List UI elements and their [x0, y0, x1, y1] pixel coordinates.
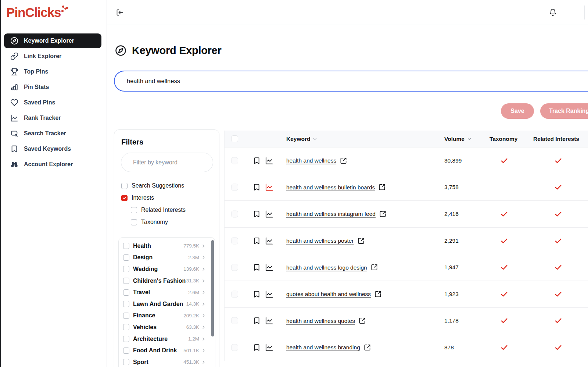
sidebar-item-top-pins[interactable]: Top Pins: [4, 64, 101, 79]
keyword-link[interactable]: quotes about health and wellness: [286, 291, 371, 297]
chevron-right-icon[interactable]: [201, 290, 206, 295]
sidebar-item-rank-tracker[interactable]: Rank Tracker: [4, 111, 101, 125]
row-checkbox[interactable]: [231, 210, 238, 217]
trend-chart-icon[interactable]: [265, 183, 273, 192]
filter-keyword-input[interactable]: [121, 153, 213, 172]
external-link-icon[interactable]: [358, 237, 365, 244]
category-row-health[interactable]: Health779.5K: [119, 240, 215, 252]
brand-logo[interactable]: PinClicks: [6, 5, 68, 20]
checkbox[interactable]: [123, 359, 129, 365]
keyword-link[interactable]: health and wellness bulletin boards: [286, 184, 375, 190]
trend-chart-icon[interactable]: [265, 343, 273, 352]
notifications-bell-icon[interactable]: [549, 8, 557, 16]
keyword-link[interactable]: health and wellness instagram feed: [286, 211, 376, 217]
chevron-right-icon[interactable]: [201, 336, 206, 342]
checkbox[interactable]: [123, 336, 129, 342]
trophy-icon: [10, 68, 18, 76]
checkbox[interactable]: [131, 219, 137, 225]
trend-chart-icon[interactable]: [265, 156, 273, 165]
category-row-wedding[interactable]: Wedding139.6K: [119, 263, 215, 275]
chevron-right-icon[interactable]: [201, 302, 206, 307]
external-link-icon[interactable]: [340, 157, 347, 164]
external-link-icon[interactable]: [371, 264, 378, 271]
external-link-icon[interactable]: [379, 210, 386, 217]
external-link-icon[interactable]: [374, 291, 381, 297]
checkbox[interactable]: [131, 207, 137, 213]
category-row-children-s-fashion[interactable]: Children's Fashion31.3K: [119, 275, 215, 287]
track-rankings-button[interactable]: Track Rankings: [540, 103, 588, 119]
checkbox[interactable]: [121, 195, 128, 201]
keyword-link[interactable]: health and wellness logo design: [286, 264, 367, 271]
category-row-lawn-and-garden[interactable]: Lawn And Garden14.3K: [119, 298, 215, 310]
category-row-design[interactable]: Design2.3M: [119, 252, 215, 264]
checkbox[interactable]: [123, 254, 129, 261]
checkbox[interactable]: [123, 289, 129, 296]
row-checkbox[interactable]: [231, 184, 238, 191]
checkbox[interactable]: [123, 266, 129, 272]
bookmark-icon[interactable]: [253, 157, 261, 164]
category-row-sport[interactable]: Sport451.3K: [119, 356, 215, 367]
sidebar-item-link-explorer[interactable]: Link Explorer: [4, 49, 101, 64]
sidebar-item-pin-stats[interactable]: Pin Stats: [4, 80, 101, 95]
select-all-checkbox[interactable]: [231, 135, 238, 142]
column-header-taxonomy[interactable]: Taxonomy: [490, 131, 517, 147]
trend-chart-icon[interactable]: [265, 317, 273, 325]
chevron-right-icon[interactable]: [201, 325, 206, 330]
keyword-link[interactable]: health and wellness quotes: [286, 317, 355, 324]
sidebar-item-keyword-explorer[interactable]: Keyword Explorer: [4, 33, 101, 48]
chevron-right-icon[interactable]: [201, 360, 206, 365]
bookmark-icon[interactable]: [253, 210, 261, 218]
checkbox[interactable]: [123, 348, 129, 354]
row-checkbox[interactable]: [231, 344, 238, 351]
checkbox[interactable]: [123, 301, 129, 307]
external-link-icon[interactable]: [359, 317, 366, 324]
keyword-link[interactable]: health and wellness: [286, 157, 336, 164]
checkbox[interactable]: [123, 278, 129, 284]
keyword-link[interactable]: health and wellness poster: [286, 238, 354, 244]
bookmark-icon[interactable]: [253, 317, 261, 325]
row-checkbox[interactable]: [231, 237, 238, 244]
external-link-icon[interactable]: [364, 344, 371, 351]
trend-chart-icon[interactable]: [265, 263, 273, 272]
trend-chart-icon[interactable]: [265, 290, 273, 298]
keyword-link[interactable]: health and wellness branding: [286, 344, 360, 351]
keyword-search-input[interactable]: [115, 71, 588, 91]
chevron-right-icon[interactable]: [201, 313, 206, 318]
bookmark-icon[interactable]: [253, 343, 261, 351]
category-row-architecture[interactable]: Architecture1.2M: [119, 333, 215, 345]
checkbox[interactable]: [123, 313, 129, 319]
sidebar-item-saved-pins[interactable]: Saved Pins: [4, 95, 101, 110]
chevron-right-icon[interactable]: [201, 278, 206, 284]
category-row-food-and-drink[interactable]: Food And Drink501.1K: [119, 345, 215, 356]
row-checkbox[interactable]: [231, 291, 238, 297]
checkbox[interactable]: [123, 324, 129, 330]
sidebar-item-account-explorer[interactable]: Account Explorer: [4, 157, 101, 172]
bookmark-icon[interactable]: [253, 237, 261, 245]
save-button[interactable]: Save: [501, 103, 534, 119]
collapse-sidebar-icon[interactable]: [116, 9, 123, 16]
bookmark-icon[interactable]: [253, 184, 261, 191]
column-header-volume[interactable]: Volume: [444, 131, 472, 147]
checkbox[interactable]: [123, 243, 129, 249]
chevron-right-icon[interactable]: [201, 243, 206, 249]
checkbox[interactable]: [121, 183, 128, 189]
column-header-related-interests[interactable]: Related Interests: [533, 131, 579, 147]
column-header-keyword[interactable]: Keyword: [286, 131, 318, 147]
sidebar-item-saved-keywords[interactable]: Saved Keywords: [4, 142, 101, 156]
chevron-right-icon[interactable]: [201, 348, 206, 353]
category-row-finance[interactable]: Finance209.2K: [119, 310, 215, 322]
trend-chart-icon[interactable]: [265, 236, 273, 245]
external-link-icon[interactable]: [379, 184, 386, 191]
category-row-travel[interactable]: Travel2.6M: [119, 286, 215, 298]
category-row-vehicles[interactable]: Vehicles63.3K: [119, 321, 215, 333]
chevron-right-icon[interactable]: [201, 267, 206, 272]
trend-chart-icon[interactable]: [265, 210, 273, 218]
bookmark-icon[interactable]: [253, 264, 261, 271]
sidebar-item-search-tracker[interactable]: Search Tracker: [4, 126, 101, 141]
row-checkbox[interactable]: [231, 157, 238, 164]
category-scrollbar[interactable]: [211, 240, 214, 336]
bookmark-icon[interactable]: [253, 290, 261, 298]
chevron-right-icon[interactable]: [201, 255, 206, 260]
row-checkbox[interactable]: [231, 317, 238, 324]
row-checkbox[interactable]: [231, 264, 238, 271]
